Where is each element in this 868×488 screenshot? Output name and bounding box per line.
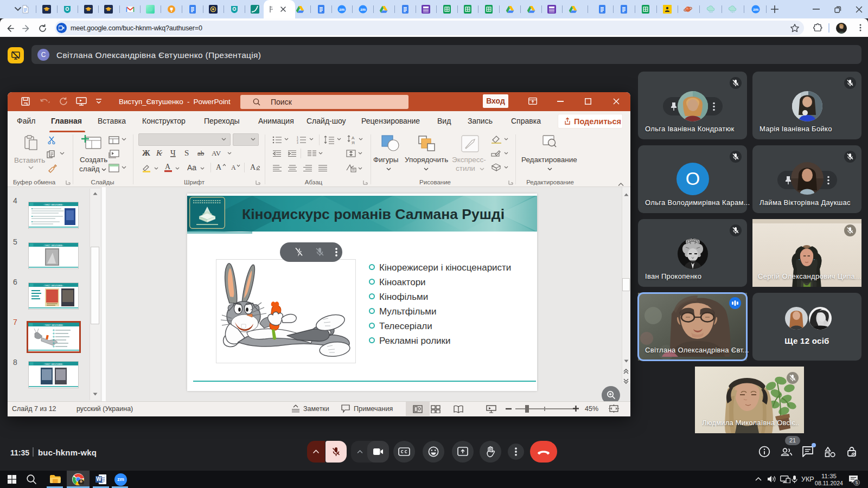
svg-text:А: А: [352, 136, 355, 140]
svg-text:3: 3: [297, 141, 298, 144]
svg-text:W: W: [96, 476, 101, 482]
svg-text:··текст заголовка··: ··текст заголовка··: [43, 324, 65, 326]
svg-text:Aa: Aa: [187, 164, 196, 172]
svg-text:А: А: [231, 164, 236, 171]
svg-text:zm: zm: [339, 8, 344, 11]
svg-text:Я: Я: [352, 140, 355, 145]
svg-text:zm: zm: [753, 8, 758, 11]
svg-text:ab: ab: [197, 149, 204, 157]
svg-text:А: А: [250, 163, 256, 171]
svg-text:Ч: Ч: [170, 149, 176, 157]
svg-text:··текст заголовка··: ··текст заголовка··: [43, 363, 64, 365]
svg-text:··текст заголовка··: ··текст заголовка··: [43, 284, 64, 287]
svg-text:S: S: [184, 149, 189, 157]
svg-text:Ж: Ж: [142, 149, 150, 157]
svg-text:zm: zm: [360, 8, 366, 11]
svg-text:··текст заголовка··: ··текст заголовка··: [43, 244, 64, 247]
svg-text:AV: AV: [212, 149, 221, 157]
svg-text:А: А: [216, 163, 222, 171]
svg-text:А: А: [165, 163, 171, 171]
svg-text:··текст заголовка··: ··текст заголовка··: [43, 203, 64, 206]
